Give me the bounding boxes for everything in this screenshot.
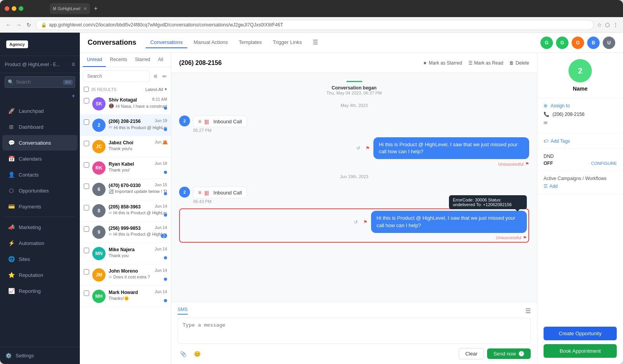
tab-more-icon[interactable]: ☰ — [308, 36, 323, 49]
conv-item-checkbox-7[interactable] — [84, 248, 89, 253]
conversation-began-label: Conversation began — [179, 85, 529, 91]
compose-type-bar: SMS ☰ — [178, 307, 531, 315]
avatar-user[interactable]: U — [603, 37, 615, 49]
add-campaign-button[interactable]: ☰ Add — [544, 184, 617, 189]
msg-action-error[interactable]: ⚑ — [363, 144, 372, 152]
conv-item-ryan[interactable]: RK Ryan Kabel Jun 18 Thank you! — [80, 158, 171, 179]
tab-conversations[interactable]: Conversations — [146, 37, 187, 48]
conv-compose-button[interactable]: ✏ — [161, 71, 168, 81]
campaign-add-icon: ☰ — [544, 184, 548, 189]
mark-starred-button[interactable]: ★ Mark as Starred — [423, 60, 462, 66]
conv-item-time-4: Jun 15 — [155, 183, 167, 188]
conv-item-checkbox-4[interactable] — [84, 184, 89, 189]
conv-item-checkbox-6[interactable] — [84, 226, 89, 232]
search-icon: 🔍 — [8, 79, 14, 85]
conv-item-shiv-kotagal[interactable]: SK Shiv Kotagal 8:11 AM 📵 Hi Nasa, I hav… — [80, 93, 171, 115]
conv-item-206[interactable]: 2 (206) 208-2156 Jun 19 ✉ Hi this is Pro… — [80, 115, 171, 136]
sidebar-item-automation[interactable]: ⚡ Automation — [2, 235, 77, 251]
conv-item-256[interactable]: 9 (256) 999-9853 Jun 14 ✉ Hi this is Pro… — [80, 222, 171, 243]
conv-filter-button[interactable]: ⚟ — [152, 71, 159, 81]
conv-tab-unread[interactable]: Unread — [83, 53, 106, 67]
assign-to-label[interactable]: Assign to — [551, 103, 570, 108]
sidebar-item-marketing[interactable]: 📣 Marketing — [2, 219, 77, 235]
mark-read-button[interactable]: ☰ Mark as Read — [468, 60, 503, 66]
add-new-button[interactable]: + — [72, 93, 75, 100]
conv-item-205[interactable]: 8 (205) 858-3963 Jun 14 ✉ Hi this is Pro… — [80, 200, 171, 222]
conv-avatar-7: MN — [92, 247, 106, 260]
conv-item-badge-6: 2 — [161, 234, 167, 238]
menu-icon[interactable]: ⋮ — [613, 22, 618, 28]
forward-button[interactable]: → — [15, 21, 23, 29]
msg-action-retry[interactable]: ↺ — [354, 144, 363, 152]
conv-item-checkbox-1[interactable] — [84, 119, 89, 125]
sidebar-item-dashboard[interactable]: ⊞ Dashboard — [2, 119, 77, 135]
maximize-dot[interactable] — [19, 6, 23, 11]
conv-tab-recents[interactable]: Recents — [106, 53, 131, 67]
settings-item[interactable]: ⚙️ Settings — [0, 347, 80, 364]
extensions-icon[interactable]: ⬡ — [605, 22, 610, 28]
close-dot[interactable] — [5, 6, 9, 11]
emoji-button[interactable]: 😊 — [192, 348, 202, 359]
conv-avatar-8: JM — [92, 268, 106, 282]
configure-button[interactable]: CONFIGURE — [591, 161, 617, 166]
select-all-checkbox[interactable] — [84, 87, 89, 92]
send-clock-icon: 🕐 — [518, 351, 524, 357]
sidebar-item-reporting[interactable]: 📈 Reporting — [2, 283, 77, 299]
tab-trigger-links[interactable]: Trigger Links — [268, 37, 307, 48]
msg-action-retry-2[interactable]: ↺ — [352, 218, 360, 226]
url-bar[interactable]: 🔒 app.gohighlevel.com/v2/location/bbdl5v… — [36, 20, 594, 30]
browser-tab[interactable]: M GoHighLevel ✕ — [50, 3, 90, 14]
conv-item-checkbox-8[interactable] — [84, 269, 89, 275]
compose-input[interactable] — [178, 318, 531, 344]
tab-templates[interactable]: Templates — [234, 37, 266, 48]
conv-item-time-9: Jun 14 — [155, 290, 167, 295]
conv-avatar-3: RK — [92, 161, 106, 175]
conv-item-checkbox-3[interactable] — [84, 162, 89, 168]
conv-item-mark[interactable]: MH Mark Howard Jun 14 Thanks!🌞 — [80, 286, 171, 307]
conv-tab-starred[interactable]: Starred — [131, 53, 154, 67]
sidebar-item-opportunities[interactable]: ⬡ Opportunities — [2, 183, 77, 198]
conversations-label: Conversations — [19, 140, 51, 146]
conv-item-mike[interactable]: MN Mike Najera Jun 14 Thank you — [80, 243, 171, 264]
delete-button[interactable]: 🗑 Delete — [509, 60, 529, 66]
sidebar-item-calendars[interactable]: 📅 Calendars — [2, 151, 77, 166]
right-panel: 2 Name ⊕ Assign to 📞 (206) 208-2156 — [537, 53, 623, 364]
conv-item-john[interactable]: JM John Moreno Jun 14 ✉ Does it cost ext… — [80, 264, 171, 286]
reporting-label: Reporting — [19, 288, 40, 294]
new-tab-button[interactable]: + — [92, 5, 99, 12]
conv-tab-all[interactable]: All — [154, 53, 167, 67]
conv-item-470[interactable]: 6 (470) 670-0330 Jun 15 🔄 Important upda… — [80, 179, 171, 200]
browser-actions: ☆ ⬡ ⋮ — [597, 22, 618, 28]
bookmark-icon[interactable]: ☆ — [597, 22, 602, 28]
conv-item-checkbox-0[interactable] — [84, 98, 89, 103]
conv-item-checkbox-5[interactable] — [84, 205, 89, 210]
conv-filter-label[interactable]: Latest-All ▾ — [145, 87, 167, 92]
book-appointment-button[interactable]: Book Appointment — [544, 344, 617, 358]
send-button[interactable]: Send now 🕐 — [487, 348, 531, 359]
conv-item-checkbox-9[interactable] — [84, 290, 89, 296]
sidebar-item-launchpad[interactable]: 🚀 Launchpad — [2, 103, 77, 119]
minimize-dot[interactable] — [12, 6, 16, 11]
conv-item-jabez[interactable]: JC Jabez Choi Jun 19 Thank you!u — [80, 136, 171, 158]
refresh-button[interactable]: ↻ — [25, 21, 33, 29]
sidebar-item-contacts[interactable]: 👤 Contacts — [2, 167, 77, 182]
sidebar-item-sites[interactable]: 🌐 Sites — [2, 251, 77, 267]
sidebar-account[interactable]: Product @ HighLevel - E... ☰ — [0, 56, 80, 73]
conv-avatar-4: 6 — [92, 183, 106, 196]
sidebar-item-conversations[interactable]: 💬 Conversations — [2, 135, 77, 150]
automation-label: Automation — [19, 240, 44, 246]
sidebar-item-payments[interactable]: 💳 Payments — [2, 199, 77, 214]
create-opportunity-button[interactable]: Create Opportunity — [544, 327, 617, 340]
conv-avatar-1: 2 — [92, 119, 106, 132]
tab-manual-actions[interactable]: Manual Actions — [189, 37, 232, 48]
clear-button[interactable]: Clear — [459, 348, 484, 359]
sidebar-item-reputation[interactable]: ⭐ Reputation — [2, 267, 77, 283]
compose-menu-icon[interactable]: ☰ — [525, 307, 531, 315]
add-tags-row[interactable]: 🏷 Add Tags — [544, 138, 617, 144]
conv-search-input[interactable] — [83, 70, 150, 82]
back-button[interactable]: ← — [5, 21, 12, 29]
calendars-icon: 📅 — [8, 156, 15, 162]
attachment-button[interactable]: 📎 — [178, 348, 188, 359]
msg-action-error-2[interactable]: ⚑ — [361, 218, 370, 226]
conv-item-checkbox-2[interactable] — [84, 141, 89, 146]
